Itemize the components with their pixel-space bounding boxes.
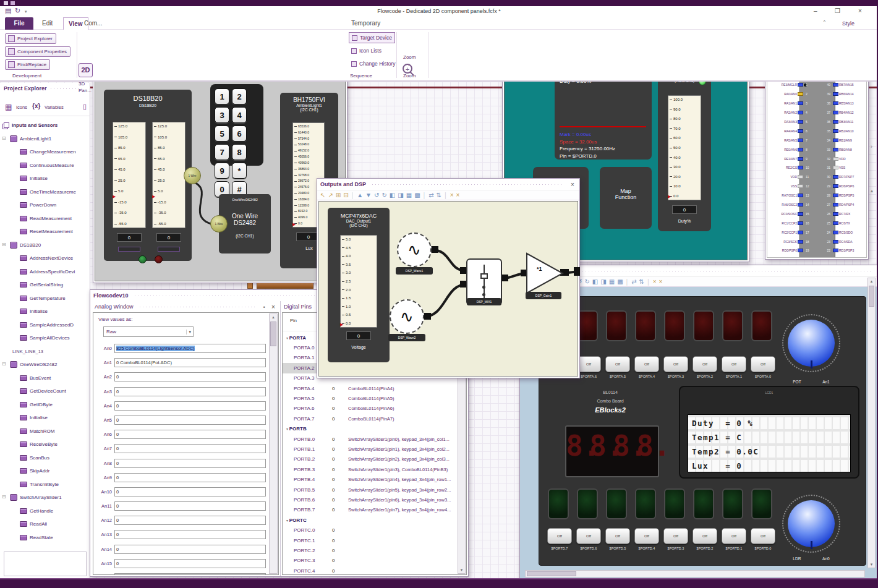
zoom-minus[interactable]: -	[408, 62, 410, 67]
toolbar-icon[interactable]: ▩	[414, 192, 420, 198]
tree-item[interactable]: ContinuousMeasure	[1, 159, 89, 173]
keypad-key[interactable]: *	[232, 163, 247, 179]
tree-item[interactable]: ResetMeasurement	[1, 225, 89, 239]
keypad-key[interactable]: 3	[215, 107, 229, 123]
chip-pin-row[interactable]: RA4/AN4 6 35 RB2/AN10	[769, 126, 867, 135]
digital-pin-row[interactable]: PORTC.0 0	[283, 525, 457, 535]
port-toggle-button[interactable]: Off	[663, 528, 688, 544]
pin-pad-left[interactable]	[798, 212, 803, 216]
chip-pin-row[interactable]: RD1/PSP1 20 21 RD2/PSP2	[769, 255, 867, 258]
chip-pin-row[interactable]: RA0/AN0 2 39 RB6/AN14	[769, 90, 867, 99]
toolbar-icon[interactable]: ⊟	[343, 192, 348, 198]
port-toggle-button[interactable]: Off	[576, 356, 601, 372]
digital-pin-row[interactable]: PORTB.4 0 SwitchArraySlider1(pin4), keyp…	[283, 474, 457, 484]
tree-item[interactable]: LINK_LINE_13	[1, 345, 89, 359]
digital-pin-row[interactable]: PORTB.5 0 SwitchArraySlider1(pin5), keyp…	[283, 485, 457, 495]
3d-panel-button[interactable]: 3DPan...	[79, 80, 92, 94]
toolbar-icon[interactable]: ⇄	[428, 192, 433, 198]
port-toggle-button[interactable]: Off	[751, 528, 775, 544]
analog-value-field[interactable]: 0	[114, 559, 266, 568]
toolbar-icon[interactable]: ×	[450, 192, 454, 198]
analog-row[interactable]: An14 0	[96, 545, 266, 554]
pin-pad-left[interactable]	[798, 157, 803, 161]
portd-switch[interactable]: Off $PORTD.0	[749, 528, 777, 550]
tree-item[interactable]: ChangeMeasuremen	[1, 145, 89, 159]
analog-value-field[interactable]: 0	[114, 573, 266, 574]
tree-item[interactable]: Initialise	[1, 411, 89, 425]
analog-value-field[interactable]: 0	[114, 487, 266, 496]
toolbar-icon[interactable]: ▦	[406, 192, 412, 198]
tree-item[interactable]: SampleAddressedD	[1, 318, 89, 332]
chip-pin-row[interactable]: VDD 11 30 RD7/PSP7	[769, 173, 867, 182]
analog-row[interactable]: An3 0	[96, 387, 266, 396]
dsp-wave1-component[interactable]: ∿	[397, 232, 432, 267]
analog-value-field[interactable]: 0	[114, 387, 266, 396]
pin-pad-right[interactable]	[833, 148, 838, 151]
pwm-gauge-scale[interactable]: ▶ 100.090.080.070.060.050.040.030.020.01…	[668, 95, 701, 200]
tree-item[interactable]: AddressNextDevice	[1, 252, 89, 265]
digital-pin-row[interactable]: PORTA.6 0 ComboBL0114(PinA6)	[283, 404, 457, 414]
pin-pad-right[interactable]	[833, 120, 838, 124]
pin-pad-left[interactable]	[798, 111, 803, 114]
pin-pad-right[interactable]	[833, 249, 838, 252]
chip-pin-row[interactable]: RE3/MCLR 1 40 RB7/AN15	[769, 80, 867, 90]
pin-pad-left[interactable]	[798, 83, 803, 87]
port-toggle-button[interactable]: Off	[576, 528, 601, 544]
tree-item[interactable]: ReadAll	[1, 518, 89, 531]
view-as-dropdown[interactable]: Raw ▾	[103, 326, 194, 337]
analog-row[interactable]: An9 0	[96, 473, 266, 482]
chip-pin-row[interactable]: RD0/PSP0 19 22 RD3/PSP3	[769, 246, 867, 255]
ribbon-toggle-item[interactable]: Icon Lists	[349, 45, 384, 56]
pin-pad-right[interactable]	[833, 231, 838, 234]
pin-pad-right[interactable]	[833, 83, 838, 87]
toolbar-icon[interactable]: ◧	[592, 279, 598, 285]
analog-value-field[interactable]: 0	[114, 372, 266, 381]
digital-pin-row[interactable]: PORTC.3 0	[283, 556, 457, 566]
analog-row[interactable]: An13 0	[96, 530, 266, 539]
dsp-wave2-component[interactable]: ∿	[390, 299, 424, 334]
pin-pad-left[interactable]	[798, 148, 803, 151]
panel-expand-icon[interactable]: ›	[871, 143, 872, 150]
port-toggle-button[interactable]: Off	[751, 356, 775, 372]
analog-row[interactable]: An12 0	[96, 516, 266, 525]
keypad-key[interactable]: 9	[215, 163, 229, 179]
pin-pad-right[interactable]	[833, 129, 838, 133]
ds18b20-gauge-1[interactable]: ▶ 125.0105.085.065.045.025.05.0-15.0-35.…	[113, 122, 146, 228]
chip-pin-row[interactable]: RA6/OSC2 14 27 RD4/PSP4	[769, 200, 867, 210]
pin-pad-left[interactable]	[798, 203, 803, 207]
ribbon-toggle-item[interactable]: Target Device	[349, 32, 395, 43]
porta-switch[interactable]: Off $PORTA.2	[691, 356, 718, 378]
restore-button[interactable]: ❐	[835, 7, 840, 14]
analog-row[interactable]: An16 0	[96, 573, 266, 574]
keypad-key[interactable]: 6	[232, 126, 247, 142]
digital-pin-row[interactable]: PORTB.1 0 SwitchArraySlider1(pin1), keyp…	[283, 444, 457, 454]
ribbon-button[interactable]: Find/Replace	[5, 59, 50, 70]
tree-item[interactable]: GetSerialString	[1, 278, 89, 292]
pin-pad-left[interactable]	[798, 249, 803, 252]
chip-pin-row[interactable]: RA5/AN5 7 34 RB1/AN9	[769, 135, 867, 145]
style-button[interactable]: Style	[842, 20, 855, 27]
zoom-in-label[interactable]: Zoom	[403, 54, 416, 60]
chip-pin-row[interactable]: RA7/OSC1 13 28 RD5/PSP5	[769, 191, 867, 200]
chip-pin-row[interactable]: RE2/CS 10 31 VSS	[769, 163, 867, 173]
toolbar-icon[interactable]: ×	[653, 279, 657, 285]
close-icon[interactable]: ×	[270, 304, 277, 310]
portd-switch[interactable]: Off $PORTD.2	[691, 528, 718, 550]
tab-edit[interactable]: Edit	[37, 17, 58, 30]
tree-item[interactable]: TransmitByte	[1, 478, 89, 492]
board-vscrollbar[interactable]: ▲▼	[867, 278, 876, 568]
analog-value-field[interactable]: 0	[114, 430, 266, 439]
tree-item[interactable]: ReadMeasurement	[1, 212, 89, 226]
tree-item[interactable]: Initialise	[1, 172, 89, 185]
tree-item[interactable]: ReceiveByte	[1, 438, 89, 451]
ribbon-toggle-item[interactable]: Change History	[349, 58, 398, 69]
tree-item[interactable]: GetTemperature	[1, 292, 89, 305]
pin-pad-right[interactable]	[833, 212, 838, 216]
pot-knob-ball[interactable]	[788, 320, 835, 367]
icons-grid-icon[interactable]: ▦	[5, 103, 13, 111]
keypad-key[interactable]: 1	[215, 88, 229, 104]
port-toggle-button[interactable]: Off	[663, 356, 688, 372]
toolbar-icon[interactable]: ⇅	[437, 192, 441, 198]
digital-pin-row[interactable]: PORTB.0 0 SwitchArraySlider1(pin0), keyp…	[283, 434, 457, 444]
variables-icon[interactable]: {x}	[32, 103, 40, 109]
